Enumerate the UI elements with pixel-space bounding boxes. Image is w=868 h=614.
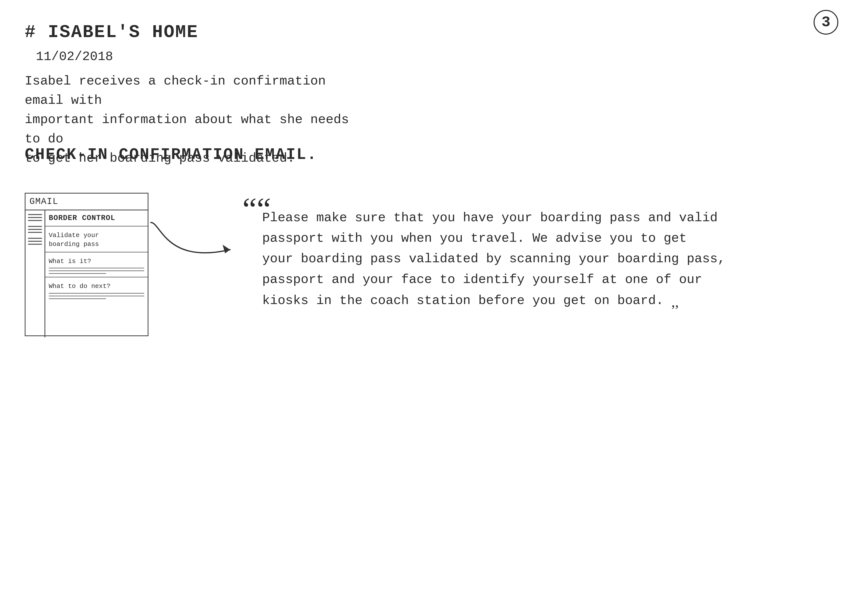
email-section-border-control: Border Control — [45, 210, 148, 226]
email-section-what-is-it: What is it? — [45, 253, 148, 278]
quote-line4: passport and your face to identify yours… — [262, 270, 725, 290]
sidebar-line — [28, 232, 42, 233]
content-line — [49, 268, 144, 268]
quote-line5: kiosks in the coach station before you g… — [262, 290, 725, 314]
email-section-what-to-do: What to do next? — [45, 278, 148, 302]
sidebar-line — [28, 238, 42, 239]
title-text: Isabel's Home — [48, 22, 199, 42]
sidebar-line — [28, 229, 42, 230]
page-number: 3 — [814, 10, 838, 35]
content-line — [49, 293, 144, 294]
email-section-validate: Validate yourboarding pass — [45, 226, 148, 253]
hash-symbol: # — [25, 22, 36, 42]
sidebar-line — [28, 217, 42, 218]
email-mockup: Gmail Border Control V — [25, 193, 148, 336]
arrow — [146, 215, 240, 284]
quote-line5-text: kiosks in the coach station before you g… — [262, 293, 664, 308]
sidebar-line — [28, 241, 42, 242]
validate-text: Validate yourboarding pass — [49, 231, 144, 249]
description-line2: important information about what she nee… — [25, 110, 371, 149]
sidebar-lines-1 — [28, 214, 42, 221]
email-header: Gmail — [25, 194, 148, 210]
page-title: # Isabel's Home — [25, 22, 198, 42]
sidebar-lines-2 — [28, 226, 42, 233]
what-to-do-lines — [49, 293, 144, 299]
svg-marker-0 — [222, 245, 230, 253]
section-title: Check-in Confirmation Email. — [25, 146, 317, 164]
what-is-it-lines — [49, 268, 144, 274]
quote-line3: your boarding pass validated by scanning… — [262, 249, 725, 269]
sidebar-lines-3 — [28, 238, 42, 245]
quote-line2: passport with you when you travel. We ad… — [262, 228, 725, 249]
email-content: Border Control Validate yourboarding pas… — [45, 210, 148, 337]
sidebar-line — [28, 226, 42, 227]
what-to-do-text: What to do next? — [49, 282, 144, 291]
quote-text: Please make sure that you have your boar… — [262, 208, 725, 314]
content-line-short — [49, 273, 106, 274]
quote-mark-close: ,, — [671, 294, 679, 310]
description-line1: Isabel receives a check-in confirmation … — [25, 72, 371, 110]
sidebar-line — [28, 214, 42, 215]
sidebar-line — [28, 244, 42, 245]
sidebar-line — [28, 220, 42, 221]
quote-line1: Please make sure that you have your boar… — [262, 208, 725, 228]
content-line — [49, 296, 144, 296]
email-body: Border Control Validate yourboarding pas… — [25, 210, 148, 337]
content-line — [49, 270, 144, 271]
what-is-it-text: What is it? — [49, 257, 144, 266]
email-sidebar — [25, 210, 45, 337]
page-number-text: 3 — [821, 14, 831, 31]
content-line-short — [49, 298, 106, 299]
date: 11/02/2018 — [36, 50, 113, 64]
border-control-title: Border Control — [49, 213, 144, 223]
